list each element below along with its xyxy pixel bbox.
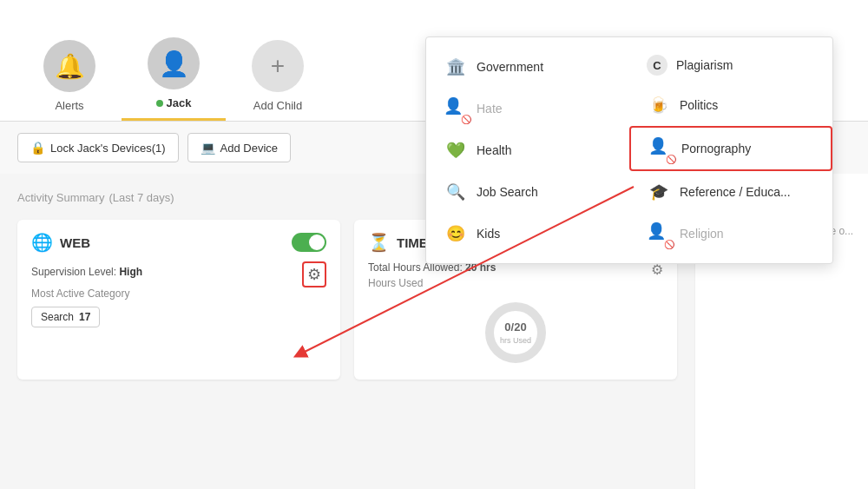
- most-active-label: Most Active Category: [31, 287, 326, 300]
- dropdown-grid: 🏛️ Government 👤 Hate 💚 Health 🔍 Job Sear…: [426, 46, 832, 254]
- dropdown-item-plagiarism[interactable]: C Plagiarism: [629, 46, 832, 84]
- plus-icon: +: [271, 52, 285, 80]
- dropdown-right-col: C Plagiarism 🍺 Politics 👤 Pornography 🎓 …: [629, 46, 832, 254]
- web-card-header: 🌐 WEB: [31, 232, 326, 253]
- dropdown-item-job-search[interactable]: 🔍 Job Search: [426, 171, 629, 213]
- dropdown-item-reference[interactable]: 🎓 Reference / Educa...: [629, 171, 832, 213]
- plagiarism-icon: C: [647, 55, 667, 76]
- dropdown-item-government[interactable]: 🏛️ Government: [426, 46, 629, 88]
- politics-icon: 🍺: [647, 93, 671, 117]
- alerts-avatar: 🔔: [43, 40, 95, 92]
- nav-item-jack[interactable]: 👤 Jack: [122, 29, 226, 121]
- dropdown-left-col: 🏛️ Government 👤 Hate 💚 Health 🔍 Job Sear…: [426, 46, 629, 254]
- svg-text:hrs Used: hrs Used: [500, 336, 531, 345]
- bell-icon: 🔔: [55, 52, 85, 81]
- add-child-avatar: +: [252, 40, 304, 92]
- svg-text:0/20: 0/20: [504, 320, 526, 334]
- web-toggle[interactable]: [292, 233, 326, 252]
- hours-used-label: Hours Used: [368, 277, 663, 289]
- nav-item-add-child[interactable]: + Add Child: [226, 31, 330, 121]
- time-icon: ⏳: [368, 232, 390, 253]
- donut-area: 0/20 hrs Used: [368, 298, 663, 367]
- government-icon: 🏛️: [444, 55, 468, 79]
- lock-icon: 🔒: [30, 141, 45, 155]
- hate-icon: 👤: [444, 96, 468, 121]
- person-icon: 👤: [159, 50, 189, 78]
- time-card-title: ⏳ TIME: [368, 232, 428, 253]
- add-device-button[interactable]: 💻 Add Device: [187, 133, 291, 162]
- pornography-icon: 👤: [648, 136, 673, 161]
- dropdown-item-religion[interactable]: 👤 Religion: [629, 213, 832, 254]
- web-settings-gear[interactable]: ⚙: [302, 261, 326, 287]
- web-card-title: 🌐 WEB: [31, 232, 90, 253]
- add-child-label: Add Child: [253, 99, 302, 112]
- dropdown-item-kids[interactable]: 😊 Kids: [426, 213, 629, 254]
- online-dot: [156, 100, 163, 107]
- religion-icon: 👤: [647, 221, 671, 246]
- web-card: 🌐 WEB Supervision Level: High ⚙ Most Act…: [17, 220, 340, 380]
- jack-label: Jack: [156, 96, 192, 109]
- search-badge[interactable]: Search 17: [31, 307, 100, 327]
- health-icon: 💚: [444, 138, 468, 162]
- reference-icon: 🎓: [647, 180, 671, 204]
- supervision-line: Supervision Level: High: [31, 266, 142, 278]
- alerts-label: Alerts: [55, 99, 83, 112]
- jack-avatar: 👤: [148, 37, 200, 89]
- donut-chart: 0/20 hrs Used: [481, 298, 550, 367]
- dropdown-item-politics[interactable]: 🍺 Politics: [629, 84, 832, 126]
- dropdown-item-pornography[interactable]: 👤 Pornography: [629, 126, 832, 171]
- dropdown-item-hate[interactable]: 👤 Hate: [426, 88, 629, 129]
- web-icon: 🌐: [31, 232, 53, 253]
- device-icon: 💻: [201, 141, 215, 155]
- category-dropdown: 🏛️ Government 👤 Hate 💚 Health 🔍 Job Sear…: [425, 36, 833, 264]
- nav-item-alerts[interactable]: 🔔 Alerts: [17, 31, 122, 121]
- kids-icon: 😊: [444, 221, 468, 246]
- job-search-icon: 🔍: [444, 180, 468, 204]
- dropdown-item-health[interactable]: 💚 Health: [426, 129, 629, 171]
- lock-button[interactable]: 🔒 Lock Jack's Devices(1): [17, 133, 179, 162]
